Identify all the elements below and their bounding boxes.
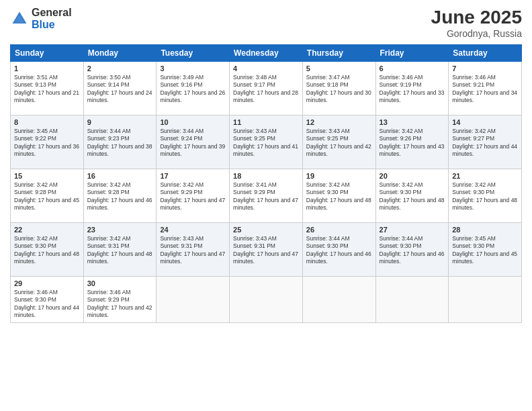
day-info: Sunrise: 3:42 AMSunset: 9:30 PMDaylight:… <box>306 181 372 212</box>
table-row: 14Sunrise: 3:42 AMSunset: 9:27 PMDayligh… <box>449 116 522 169</box>
day-info: Sunrise: 3:42 AMSunset: 9:30 PMDaylight:… <box>14 235 80 266</box>
day-info: Sunrise: 3:43 AMSunset: 9:25 PMDaylight:… <box>306 128 372 158</box>
day-info: Sunrise: 3:44 AMSunset: 9:30 PMDaylight:… <box>380 235 445 266</box>
title-area: June 2025 Gorodnya, Russia <box>431 7 522 39</box>
header-monday: Monday <box>83 45 157 62</box>
day-number: 29 <box>14 279 80 287</box>
day-info: Sunrise: 3:44 AMSunset: 9:23 PMDaylight:… <box>87 128 153 158</box>
day-number: 21 <box>452 172 518 180</box>
day-number: 6 <box>380 64 445 73</box>
day-number: 5 <box>306 64 372 73</box>
day-info: Sunrise: 3:49 AMSunset: 9:16 PMDaylight:… <box>160 74 226 105</box>
weekday-header-row: Sunday Monday Tuesday Wednesday Thursday… <box>11 45 522 62</box>
table-row: 11Sunrise: 3:43 AMSunset: 9:25 PMDayligh… <box>230 116 303 169</box>
table-row: 5Sunrise: 3:47 AMSunset: 9:18 PMDaylight… <box>302 62 375 116</box>
day-info: Sunrise: 3:44 AMSunset: 9:24 PMDaylight:… <box>160 128 226 158</box>
day-number: 15 <box>14 172 80 180</box>
table-row: 25Sunrise: 3:43 AMSunset: 9:31 PMDayligh… <box>230 223 303 277</box>
table-row: 16Sunrise: 3:42 AMSunset: 9:28 PMDayligh… <box>83 169 157 223</box>
day-info: Sunrise: 3:42 AMSunset: 9:28 PMDaylight:… <box>14 181 80 212</box>
table-row: 29Sunrise: 3:46 AMSunset: 9:30 PMDayligh… <box>11 277 84 323</box>
table-row: 9Sunrise: 3:44 AMSunset: 9:23 PMDaylight… <box>83 116 157 169</box>
day-info: Sunrise: 3:43 AMSunset: 9:25 PMDaylight:… <box>233 128 299 158</box>
table-row <box>375 277 449 323</box>
day-number: 27 <box>380 226 445 234</box>
day-number: 10 <box>160 118 226 126</box>
table-row: 24Sunrise: 3:43 AMSunset: 9:31 PMDayligh… <box>157 223 230 277</box>
day-info: Sunrise: 3:43 AMSunset: 9:31 PMDaylight:… <box>233 235 299 266</box>
day-info: Sunrise: 3:42 AMSunset: 9:30 PMDaylight:… <box>452 181 518 212</box>
day-info: Sunrise: 3:43 AMSunset: 9:31 PMDaylight:… <box>160 235 226 266</box>
header-wednesday: Wednesday <box>230 45 303 62</box>
location: Gorodnya, Russia <box>431 28 522 39</box>
table-row <box>157 277 230 323</box>
header-sunday: Sunday <box>11 45 84 62</box>
day-number: 13 <box>380 118 445 126</box>
logo-text: General Blue <box>32 7 72 30</box>
day-info: Sunrise: 3:42 AMSunset: 9:31 PMDaylight:… <box>87 235 153 266</box>
day-number: 26 <box>306 226 372 234</box>
day-info: Sunrise: 3:45 AMSunset: 9:22 PMDaylight:… <box>14 128 80 158</box>
table-row: 15Sunrise: 3:42 AMSunset: 9:28 PMDayligh… <box>11 169 84 223</box>
table-row: 27Sunrise: 3:44 AMSunset: 9:30 PMDayligh… <box>375 223 449 277</box>
header-tuesday: Tuesday <box>157 45 230 62</box>
table-row: 6Sunrise: 3:46 AMSunset: 9:19 PMDaylight… <box>375 62 449 116</box>
header-friday: Friday <box>375 45 449 62</box>
day-number: 25 <box>233 226 299 234</box>
table-row: 13Sunrise: 3:42 AMSunset: 9:26 PMDayligh… <box>375 116 449 169</box>
day-number: 20 <box>380 172 445 180</box>
day-number: 17 <box>160 172 226 180</box>
table-row: 10Sunrise: 3:44 AMSunset: 9:24 PMDayligh… <box>157 116 230 169</box>
table-row: 7Sunrise: 3:46 AMSunset: 9:21 PMDaylight… <box>449 62 522 116</box>
day-number: 28 <box>452 226 518 234</box>
table-row: 23Sunrise: 3:42 AMSunset: 9:31 PMDayligh… <box>83 223 157 277</box>
table-row: 1Sunrise: 3:51 AMSunset: 9:13 PMDaylight… <box>11 62 84 116</box>
table-row: 19Sunrise: 3:42 AMSunset: 9:30 PMDayligh… <box>302 169 375 223</box>
day-number: 4 <box>233 64 299 73</box>
day-number: 30 <box>87 279 153 287</box>
day-info: Sunrise: 3:45 AMSunset: 9:30 PMDaylight:… <box>452 235 518 266</box>
day-info: Sunrise: 3:46 AMSunset: 9:30 PMDaylight:… <box>14 289 80 320</box>
table-row: 21Sunrise: 3:42 AMSunset: 9:30 PMDayligh… <box>449 169 522 223</box>
table-row <box>449 277 522 323</box>
day-info: Sunrise: 3:42 AMSunset: 9:27 PMDaylight:… <box>452 128 518 158</box>
month-title: June 2025 <box>431 7 522 28</box>
table-row <box>230 277 303 323</box>
logo-blue: Blue <box>32 19 72 31</box>
day-info: Sunrise: 3:44 AMSunset: 9:30 PMDaylight:… <box>306 235 372 266</box>
logo: General Blue <box>10 7 72 30</box>
table-row: 3Sunrise: 3:49 AMSunset: 9:16 PMDaylight… <box>157 62 230 116</box>
table-row: 20Sunrise: 3:42 AMSunset: 9:30 PMDayligh… <box>375 169 449 223</box>
table-row: 22Sunrise: 3:42 AMSunset: 9:30 PMDayligh… <box>11 223 84 277</box>
day-number: 1 <box>14 64 80 73</box>
header-thursday: Thursday <box>302 45 375 62</box>
day-number: 19 <box>306 172 372 180</box>
logo-general: General <box>32 7 72 19</box>
day-info: Sunrise: 3:47 AMSunset: 9:18 PMDaylight:… <box>306 74 372 105</box>
header: General Blue June 2025 Gorodnya, Russia <box>10 7 522 39</box>
table-row <box>302 277 375 323</box>
table-row: 28Sunrise: 3:45 AMSunset: 9:30 PMDayligh… <box>449 223 522 277</box>
day-info: Sunrise: 3:51 AMSunset: 9:13 PMDaylight:… <box>14 74 80 105</box>
day-info: Sunrise: 3:50 AMSunset: 9:14 PMDaylight:… <box>87 74 153 105</box>
day-number: 24 <box>160 226 226 234</box>
table-row: 2Sunrise: 3:50 AMSunset: 9:14 PMDaylight… <box>83 62 157 116</box>
table-row: 4Sunrise: 3:48 AMSunset: 9:17 PMDaylight… <box>230 62 303 116</box>
day-number: 18 <box>233 172 299 180</box>
calendar-table: Sunday Monday Tuesday Wednesday Thursday… <box>10 44 522 323</box>
day-number: 2 <box>87 64 153 73</box>
day-number: 7 <box>452 64 518 73</box>
table-row: 17Sunrise: 3:42 AMSunset: 9:29 PMDayligh… <box>157 169 230 223</box>
day-info: Sunrise: 3:46 AMSunset: 9:21 PMDaylight:… <box>452 74 518 105</box>
day-info: Sunrise: 3:42 AMSunset: 9:26 PMDaylight:… <box>380 128 445 158</box>
day-number: 12 <box>306 118 372 126</box>
table-row: 8Sunrise: 3:45 AMSunset: 9:22 PMDaylight… <box>11 116 84 169</box>
day-number: 8 <box>14 118 80 126</box>
day-number: 14 <box>452 118 518 126</box>
day-number: 23 <box>87 226 153 234</box>
table-row: 26Sunrise: 3:44 AMSunset: 9:30 PMDayligh… <box>302 223 375 277</box>
day-info: Sunrise: 3:46 AMSunset: 9:19 PMDaylight:… <box>380 74 445 105</box>
day-number: 9 <box>87 118 153 126</box>
day-number: 3 <box>160 64 226 73</box>
day-info: Sunrise: 3:41 AMSunset: 9:29 PMDaylight:… <box>233 181 299 212</box>
